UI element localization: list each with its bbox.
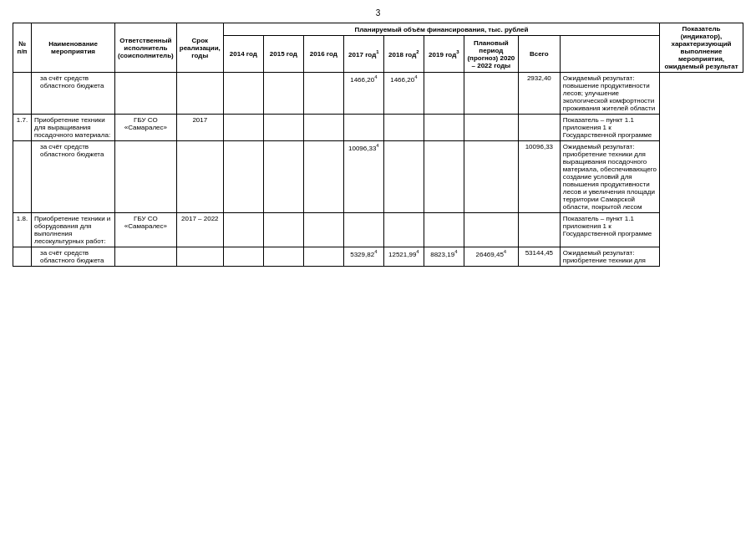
col-header-financing: Планируемый объём финансирования, тыс. р… (223, 23, 659, 36)
cell-2014 (223, 115, 263, 141)
col-header-2016: 2016 год (303, 36, 343, 73)
cell-2015 (263, 115, 303, 141)
cell-name: Приобретение техники и оборудования для … (32, 213, 115, 247)
cell-plan (464, 73, 518, 115)
cell-indicator: Ожидаемый результат: приобретение техник… (560, 141, 659, 213)
col-header-2015: 2015 год (263, 36, 303, 73)
col-header-indicator: Показатель (индикатор), характеризующий … (660, 23, 743, 73)
cell-2019 (424, 141, 464, 213)
cell-period (176, 247, 223, 267)
col-header-total: Всего (518, 36, 560, 73)
col-header-2019: 2019 год3 (424, 36, 464, 73)
cell-period: 2017 (176, 115, 223, 141)
cell-name: за счёт средств областного бюджета (32, 73, 115, 115)
cell-2017: 10096,334 (343, 141, 383, 213)
cell-period: 2017 – 2022 (176, 213, 223, 247)
cell-name: за счёт средств областного бюджета (32, 141, 115, 213)
cell-2016 (303, 115, 343, 141)
cell-2016 (303, 141, 343, 213)
cell-indicator: Показатель – пункт 1.1 приложения 1 к Го… (560, 115, 659, 141)
col-header-2017: 2017 год1 (343, 36, 383, 73)
cell-2016 (303, 213, 343, 247)
main-table: № п/п Наименование мероприятия Ответстве… (13, 23, 743, 267)
cell-resp: ГБУ СО «Самаралес» (115, 115, 177, 141)
cell-2016 (303, 73, 343, 115)
cell-total (518, 115, 560, 141)
cell-2014 (223, 213, 263, 247)
cell-2018 (383, 115, 424, 141)
cell-total: 10096,33 (518, 141, 560, 213)
cell-name: Приобретение техники для выращивания пос… (32, 115, 115, 141)
cell-plan (464, 115, 518, 141)
cell-2019 (424, 115, 464, 141)
cell-2018: 12521,994 (383, 247, 424, 267)
table-row: за счёт средств областного бюджета 10096… (13, 141, 743, 213)
col-header-plan: Плановый период (прогноз) 2020 – 2022 го… (464, 36, 518, 73)
cell-2018 (383, 141, 424, 213)
col-header-2018: 2018 год2 (383, 36, 424, 73)
cell-2019: 8823,194 (424, 247, 464, 267)
page-number: 3 (13, 8, 743, 18)
cell-num: 1.8. (13, 213, 32, 247)
cell-name: за счёт средств областного бюджета (32, 247, 115, 267)
cell-num: 1.7. (13, 115, 32, 141)
cell-2017: 5329,824 (343, 247, 383, 267)
cell-period (176, 73, 223, 115)
cell-2017 (343, 115, 383, 141)
col-header-2014: 2014 год (223, 36, 263, 73)
table-row: за счёт средств областного бюджета 5329,… (13, 247, 743, 267)
col-header-name: Наименование мероприятия (32, 23, 115, 73)
cell-plan: 26469,454 (464, 247, 518, 267)
cell-resp: ГБУ СО «Самаралес» (115, 213, 177, 247)
cell-num (13, 247, 32, 267)
cell-2015 (263, 247, 303, 267)
cell-2014 (223, 73, 263, 115)
table-row: за счёт средств областного бюджета 1466,… (13, 73, 743, 115)
cell-2015 (263, 141, 303, 213)
cell-indicator: Ожидаемый результат: повышение продуктив… (560, 73, 659, 115)
cell-2014 (223, 141, 263, 213)
col-header-period: Срок реализации, годы (176, 23, 223, 73)
cell-2015 (263, 213, 303, 247)
cell-total: 53144,45 (518, 247, 560, 267)
table-row: 1.7. Приобретение техники для выращивани… (13, 115, 743, 141)
table-row: 1.8. Приобретение техники и оборудования… (13, 213, 743, 247)
cell-2016 (303, 247, 343, 267)
cell-resp (115, 141, 177, 213)
cell-num (13, 73, 32, 115)
cell-resp (115, 73, 177, 115)
cell-total: 2932,40 (518, 73, 560, 115)
cell-2014 (223, 247, 263, 267)
col-header-num: № п/п (13, 23, 32, 73)
cell-indicator: Показатель – пункт 1.1 приложения 1 к Го… (560, 213, 659, 247)
cell-resp (115, 247, 177, 267)
col-header-resp: Ответственный исполнитель (соисполнитель… (115, 23, 177, 73)
cell-2019 (424, 213, 464, 247)
cell-2019 (424, 73, 464, 115)
cell-indicator: Ожидаемый результат: приобретение техник… (560, 247, 659, 267)
cell-2017: 1466,204 (343, 73, 383, 115)
cell-2018 (383, 213, 424, 247)
cell-total (518, 213, 560, 247)
cell-num (13, 141, 32, 213)
page: 3 № п/п Наименование мероприятия Ответст… (0, 0, 756, 535)
cell-plan (464, 141, 518, 213)
cell-2017 (343, 213, 383, 247)
cell-2018: 1466,204 (383, 73, 424, 115)
cell-period (176, 141, 223, 213)
cell-2015 (263, 73, 303, 115)
cell-plan (464, 213, 518, 247)
